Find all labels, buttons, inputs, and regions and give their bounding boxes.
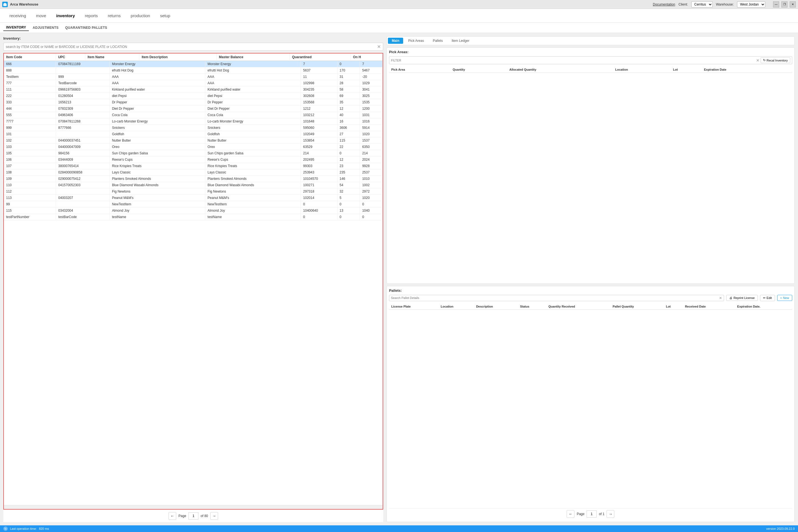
table-row[interactable]: 555 04963406 Coca Cola Coca Cola 103212 … (4, 112, 382, 118)
next-page-button[interactable]: → (210, 512, 218, 520)
cell-desc: Coca Cola (205, 112, 301, 118)
page-input[interactable] (188, 512, 198, 519)
cell-quarantined: 31 (337, 74, 360, 80)
table-row[interactable]: 109 029000075412 Planters Smoked Almonds… (4, 176, 382, 182)
pallet-prev-page-button[interactable]: ← (567, 510, 574, 518)
cell-upc (56, 67, 110, 74)
col-pallet-quantity: Pallet Quantity (610, 303, 664, 310)
inventory-table: Item Code UPC Item Name Item Description… (4, 54, 383, 61)
cell-upc (56, 188, 110, 195)
table-row[interactable]: 101 Goldfish Goldfish 102049 27 1020 (4, 131, 382, 137)
table-row[interactable]: 777 TestBarcode AAA AAA 102998 28 1029 (4, 80, 382, 87)
tab-item-ledger[interactable]: Item Ledger (448, 38, 473, 44)
cell-name: Oreo (110, 144, 205, 150)
cell-balance: 304235 (301, 87, 338, 93)
tab-main[interactable]: Main (388, 38, 403, 44)
cell-onhand: 1040 (360, 208, 383, 214)
pick-area-table-header: Pick Area Quantity Allocated Quantity Lo… (389, 66, 792, 73)
pallet-search-bar[interactable]: ✕ (389, 295, 724, 301)
pallet-next-page-button[interactable]: → (607, 510, 614, 518)
cell-onhand: 2024 (360, 156, 383, 163)
nav-item-setup[interactable]: setup (155, 9, 175, 22)
filter-input[interactable] (391, 59, 756, 62)
nav-item-production[interactable]: production (126, 9, 155, 22)
sub-nav-inventory[interactable]: INVENTORY (3, 24, 29, 31)
table-row[interactable]: 115 03432004 Almond Joy Almond Joy 10400… (4, 208, 382, 214)
search-clear-icon[interactable]: ✕ (377, 44, 381, 49)
table-row[interactable]: 888 efrutti Hot Dog efrutti Hot Dog 5637… (4, 67, 382, 74)
filter-bar[interactable]: ✕ ↻ Recal Inventory (389, 56, 792, 64)
table-row[interactable]: 108 0284000090858 Lays Classic Lays Clas… (4, 169, 382, 176)
cell-desc: Snickers (205, 125, 301, 131)
recal-icon: ↻ (763, 58, 765, 62)
restore-button[interactable]: ❐ (781, 1, 787, 7)
tab-pallets[interactable]: Pallets (429, 38, 446, 44)
pallets-title: Pallets: (389, 288, 792, 292)
cell-code: 110 (4, 182, 56, 188)
filter-clear-icon[interactable]: ✕ (756, 58, 759, 63)
cell-code: TestItem (4, 74, 56, 80)
table-row[interactable]: 110 041570052303 Blue Diamond Wasabi Alm… (4, 182, 382, 188)
cell-code: 888 (4, 67, 56, 74)
version-label: version 2023.09.22.0 (766, 527, 795, 530)
cell-upc: 984156 (56, 150, 110, 156)
table-row[interactable]: 107 38000765414 Rice Krispies Treats Ric… (4, 163, 382, 169)
col-upc: UPC (56, 54, 85, 61)
table-row[interactable]: 444 07832309 Diet Dr Pepper Diet Dr Pepp… (4, 106, 382, 112)
table-row[interactable]: 999 8777666 Snickers Snickers 595060 360… (4, 125, 382, 131)
cell-code: 111 (4, 87, 56, 93)
documentation-link[interactable]: Documentation (653, 2, 675, 6)
table-row[interactable]: testPartNumber testBarCode testName test… (4, 214, 382, 220)
print-icon: 🖨 (729, 296, 732, 300)
cell-onhand: 214 (360, 150, 383, 156)
recal-inventory-button[interactable]: ↻ Recal Inventory (761, 57, 790, 63)
table-row[interactable]: TestItem 999 AAA AAA 11 31 -20 (4, 74, 382, 80)
pick-area-table-wrapper: Pick Area Quantity Allocated Quantity Lo… (389, 66, 792, 281)
cell-desc: Sun Chips garden Salsa (205, 150, 301, 156)
prev-page-button[interactable]: ← (169, 512, 176, 520)
nav-item-move[interactable]: move (31, 9, 51, 22)
pallet-page-input[interactable] (587, 510, 596, 518)
nav-bar: receiving move inventory reports returns… (0, 9, 798, 23)
warehouse-select[interactable]: West Jordan (737, 1, 765, 7)
client-select[interactable]: Cerritus (691, 1, 712, 7)
inventory-label: Inventory: (3, 36, 383, 40)
cell-quarantined: 13 (337, 208, 360, 214)
edit-button[interactable]: ✏ Edit (760, 295, 775, 301)
table-row[interactable]: 666 070847811169 Monster Energy Monster … (4, 61, 382, 67)
nav-item-returns[interactable]: returns (103, 9, 126, 22)
pallet-search-input[interactable] (391, 296, 719, 300)
table-row[interactable]: 111 096619756803 Kirkland purified water… (4, 87, 382, 93)
cell-code: 555 (4, 112, 56, 118)
status-left: ↻ Last operation time: 820 ms (3, 527, 49, 531)
table-row[interactable]: 105 984156 Sun Chips garden Salsa Sun Ch… (4, 150, 382, 156)
close-button[interactable]: ✕ (790, 1, 796, 7)
table-row[interactable]: 333 1656213 Dr Pepper Dr Pepper 153568 3… (4, 99, 382, 106)
sub-nav-quarantined[interactable]: QUARANTINED PALLETS (62, 25, 110, 31)
new-button[interactable]: + New (777, 295, 792, 301)
nav-item-receiving[interactable]: receiving (4, 9, 31, 22)
minimize-button[interactable]: — (773, 1, 779, 7)
nav-item-inventory[interactable]: inventory (51, 9, 80, 22)
cell-quarantined: 22 (337, 144, 360, 150)
status-icon: ↻ (3, 527, 8, 531)
cell-name: Snickers (110, 125, 205, 131)
tab-pick-areas[interactable]: Pick Areas (404, 38, 428, 44)
horizontal-scrollbar[interactable] (4, 505, 383, 509)
title-bar: Arca Warehouse Documentation Client: Cer… (0, 0, 798, 9)
table-row[interactable]: 7777 070847811268 Lo-carb Monster Energy… (4, 118, 382, 125)
inventory-search-bar[interactable]: ✕ (3, 43, 383, 51)
table-row[interactable]: 102 044000037451 Nutter Butter Nutter Bu… (4, 137, 382, 144)
pallet-search-clear-icon[interactable]: ✕ (719, 296, 722, 300)
table-row[interactable]: 99 NewTestItem NewTestItem 0 0 0 (4, 201, 382, 208)
table-row[interactable]: 112 Fig Newtons Fig Newtons 297318 32 29… (4, 188, 382, 195)
cell-name: Fig Newtons (110, 188, 205, 195)
nav-item-reports[interactable]: reports (80, 9, 103, 22)
reprint-license-button[interactable]: 🖨 Reprint License (726, 295, 758, 301)
sub-nav-adjustments[interactable]: ADJUSTMENTS (30, 25, 61, 31)
table-row[interactable]: 113 04003207 Peanut M&M's Peanut M&M's 1… (4, 195, 382, 201)
inventory-search-input[interactable] (6, 45, 377, 49)
table-row[interactable]: 106 03444009 Reese's Cups Reese's Cups 2… (4, 156, 382, 163)
table-row[interactable]: 103 044000047009 Oreo Oreo 63529 22 6350 (4, 144, 382, 150)
table-row[interactable]: 222 01280504 diet Pepsi diet Pepsi 30260… (4, 93, 382, 99)
